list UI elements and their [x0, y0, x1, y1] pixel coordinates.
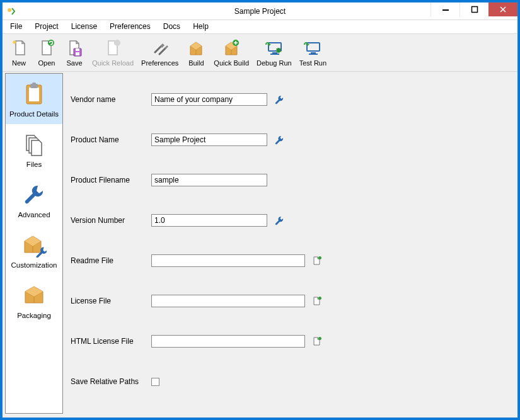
tab-product-details[interactable]: Product Details	[6, 74, 62, 124]
toolbar-new[interactable]: New	[6, 37, 32, 68]
save-icon	[64, 38, 84, 58]
toolbar-quick-build[interactable]: Quick Build	[211, 37, 251, 68]
tab-advanced[interactable]: Advanced	[6, 174, 62, 225]
toolbar-quick-reload[interactable]: Quick Reload	[90, 37, 136, 68]
row-vendor-name: Vendor name	[71, 79, 507, 120]
input-readme-file[interactable]	[151, 254, 305, 267]
row-license-file: License File	[71, 281, 507, 321]
minimize-button[interactable]	[430, 3, 459, 16]
menu-preferences[interactable]: Preferences	[103, 20, 157, 33]
label-product-name: Product Name	[71, 135, 151, 144]
label-vendor-name: Vendor name	[71, 95, 151, 104]
label-license-file: License File	[71, 297, 151, 305]
toolbar-debug-run[interactable]: Debug Run	[254, 37, 294, 68]
browse-button-readme[interactable]	[311, 255, 323, 266]
wrench-small-icon	[274, 215, 284, 225]
form-panel: Vendor name Product Name Product Filenam…	[63, 73, 515, 414]
toolbar-quick-reload-label: Quick Reload	[92, 59, 134, 67]
maximize-button[interactable]	[459, 3, 488, 16]
svg-rect-12	[76, 52, 79, 55]
toolbar-save[interactable]: Save	[62, 37, 87, 68]
svg-rect-1	[442, 9, 449, 11]
svg-rect-16	[272, 52, 277, 54]
tab-packaging-label: Packaging	[17, 312, 51, 319]
toolbar-open[interactable]: Open	[34, 37, 59, 68]
tab-advanced-label: Advanced	[18, 211, 50, 219]
row-html-license-file: HTML License File	[71, 321, 507, 361]
menu-help[interactable]: Help	[187, 20, 215, 33]
tab-product-details-label: Product Details	[9, 110, 59, 118]
box-wrench-icon	[21, 232, 47, 258]
menu-file[interactable]: File	[4, 20, 28, 33]
test-run-icon	[303, 38, 323, 58]
open-file-icon	[37, 38, 57, 58]
close-button[interactable]	[488, 3, 517, 16]
tab-files-label: Files	[26, 161, 42, 168]
new-file-icon	[9, 38, 29, 58]
input-product-name[interactable]	[151, 133, 267, 146]
svg-rect-25	[29, 88, 39, 101]
variable-button-product-name[interactable]	[274, 134, 285, 145]
titlebar: Sample Project	[3, 3, 517, 20]
input-license-file[interactable]	[151, 295, 305, 307]
menubar: File Project License Preferences Docs He…	[3, 20, 517, 34]
files-icon	[21, 132, 47, 157]
tab-customization[interactable]: Customization	[6, 225, 62, 275]
row-version-number: Version Number	[71, 200, 507, 241]
variable-button-version-number[interactable]	[274, 215, 285, 226]
svg-point-0	[8, 8, 11, 12]
input-html-license-file[interactable]	[151, 335, 305, 348]
content-area: Product Details Files Ad	[5, 73, 515, 414]
toolbar-build[interactable]: Build	[183, 37, 209, 68]
wrench-small-icon	[274, 94, 284, 105]
svg-rect-11	[76, 48, 79, 51]
quick-build-icon	[221, 38, 241, 58]
file-browse-icon	[312, 336, 322, 346]
label-readme-file: Readme File	[71, 256, 151, 265]
svg-rect-27	[32, 82, 36, 85]
menu-license[interactable]: License	[65, 20, 103, 33]
row-save-relative-paths: Save Relative Paths	[71, 361, 507, 402]
file-browse-icon	[312, 296, 322, 306]
window-controls	[430, 3, 517, 20]
checkbox-save-relative-paths[interactable]	[151, 378, 159, 386]
input-product-filename[interactable]	[151, 174, 267, 186]
variable-button-vendor-name[interactable]	[274, 94, 285, 105]
app-window: Sample Project File Project License Pref…	[2, 2, 518, 418]
browse-button-html-license[interactable]	[311, 336, 323, 347]
label-product-filename: Product Filename	[71, 176, 151, 184]
row-product-name: Product Name	[71, 120, 507, 160]
build-icon	[186, 38, 206, 58]
toolbar-quick-build-label: Quick Build	[214, 59, 249, 67]
menu-docs[interactable]: Docs	[157, 20, 187, 33]
tab-files[interactable]: Files	[6, 124, 62, 174]
toolbar-test-run[interactable]: Test Run	[297, 37, 329, 68]
menu-project[interactable]: Project	[28, 20, 64, 33]
svg-point-18	[277, 48, 280, 53]
svg-point-29	[318, 297, 321, 300]
svg-point-13	[114, 40, 120, 46]
browse-button-license[interactable]	[311, 295, 323, 307]
tab-packaging[interactable]: Packaging	[6, 275, 62, 326]
svg-rect-2	[471, 7, 477, 13]
svg-rect-17	[270, 54, 279, 55]
toolbar-debug-run-label: Debug Run	[257, 59, 292, 67]
debug-run-icon	[264, 38, 284, 58]
toolbar-preferences-label: Preferences	[141, 59, 178, 67]
toolbar-preferences[interactable]: Preferences	[139, 37, 181, 68]
toolbar: New Open	[3, 34, 517, 72]
box-icon	[21, 283, 47, 308]
toolbar-test-run-label: Test Run	[299, 59, 326, 67]
file-browse-icon	[312, 256, 322, 266]
svg-point-30	[318, 337, 321, 340]
wrench-small-icon	[274, 135, 284, 145]
side-tabs: Product Details Files Ad	[5, 73, 63, 414]
row-readme-file: Readme File	[71, 241, 507, 281]
input-version-number[interactable]	[151, 214, 267, 227]
app-icon	[6, 6, 16, 16]
svg-rect-21	[307, 43, 320, 51]
input-vendor-name[interactable]	[151, 93, 267, 106]
toolbar-save-label: Save	[66, 59, 82, 67]
label-save-relative-paths: Save Relative Paths	[71, 377, 151, 386]
quick-reload-icon	[103, 38, 123, 58]
